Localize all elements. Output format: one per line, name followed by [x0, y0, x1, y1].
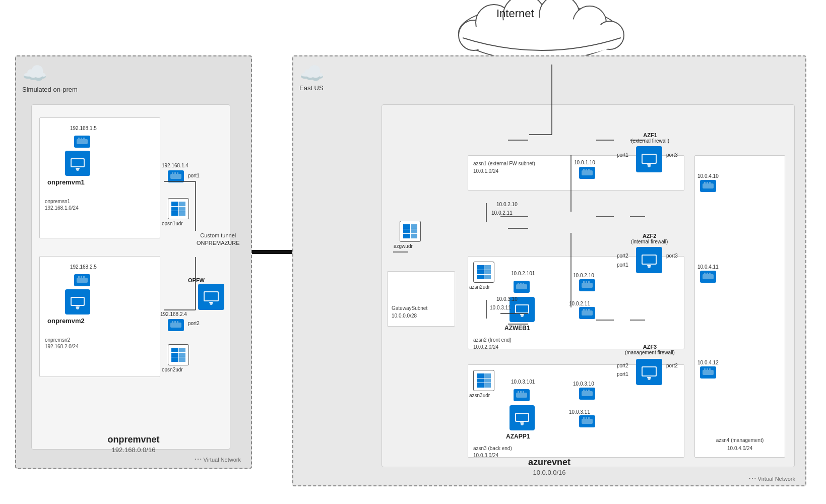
- svg-rect-94: [586, 309, 587, 311]
- svg-rect-77: [583, 169, 585, 171]
- azsn3-label: azsn3 (back end): [473, 446, 512, 451]
- azsn4-label: azsn4 (management): [716, 437, 764, 443]
- svg-rect-50: [177, 172, 178, 174]
- azsn2-label: azsn2 (front end): [473, 337, 512, 343]
- azf1-vm[interactable]: [636, 146, 662, 172]
- svg-rect-135: [647, 377, 651, 378]
- svg-rect-117: [704, 273, 706, 275]
- svg-rect-52: [78, 276, 80, 278]
- svg-rect-89: [516, 305, 528, 312]
- svg-rect-108: [582, 419, 593, 424]
- onprem-subnet2-cidr: 192.168.2.0/24: [45, 344, 79, 349]
- svg-rect-83: [588, 281, 590, 283]
- svg-point-5: [573, 6, 606, 39]
- azgwudr-label: azgwudr: [394, 243, 413, 249]
- onpremvm2-port2: port2: [188, 321, 200, 326]
- svg-rect-42: [83, 138, 85, 140]
- azf2-port2-left-ip: 10.0.2.10: [573, 273, 594, 278]
- onpremvm1-vm[interactable]: [65, 151, 90, 176]
- azf1-port3-label: port3: [666, 152, 678, 158]
- svg-rect-53: [81, 276, 82, 278]
- svg-rect-64: [205, 292, 218, 300]
- azapp1-vm[interactable]: [510, 405, 535, 430]
- svg-rect-120: [703, 370, 714, 375]
- azapp1-ip: 10.0.3.101: [511, 379, 535, 385]
- svg-rect-82: [586, 281, 587, 283]
- azf2-vm[interactable]: [636, 247, 662, 273]
- azf2-port3-label: port3: [666, 253, 678, 259]
- azweb1-label: AZWEB1: [504, 325, 530, 332]
- azsn1-label: azsn1 (external FW subnet): [473, 161, 535, 166]
- svg-rect-47: [170, 174, 181, 179]
- svg-rect-49: [174, 172, 176, 174]
- azapp1-nic-ip: 10.0.3.11: [569, 409, 590, 415]
- azf3-port2-right-label: port2: [666, 363, 678, 368]
- svg-rect-87: [523, 283, 524, 285]
- svg-rect-110: [586, 417, 587, 419]
- opsn1udr-label: opsn1udr: [162, 221, 183, 226]
- svg-rect-59: [170, 323, 181, 328]
- svg-rect-84: [516, 284, 527, 289]
- svg-point-1: [459, 20, 489, 50]
- svg-rect-129: [643, 256, 656, 264]
- svg-rect-92: [582, 310, 593, 316]
- azf2-port2-ip-label: 10.0.2.10: [496, 202, 518, 207]
- opfw-vm[interactable]: [198, 284, 224, 310]
- azapp1-nic-right: [579, 415, 595, 427]
- onprem-vnet-name: onpremvnet: [107, 434, 159, 445]
- svg-rect-114: [707, 182, 708, 184]
- onpremvm1-ip-top: 192.168.1.5: [70, 125, 97, 131]
- svg-rect-127: [647, 164, 651, 165]
- svg-rect-111: [588, 417, 590, 419]
- svg-rect-116: [703, 274, 714, 279]
- azweb1-nic-top: [514, 281, 530, 293]
- svg-rect-125: [643, 155, 656, 163]
- azf3-vm[interactable]: [636, 359, 662, 385]
- onpremvm1-nic-ip: 192.168.1.4: [162, 163, 188, 168]
- svg-rect-76: [582, 170, 593, 175]
- svg-rect-44: [72, 159, 84, 166]
- svg-rect-48: [172, 172, 173, 174]
- diagram-area: Internet Public IP ☁️ Simulated on-prem …: [0, 0, 826, 504]
- svg-rect-61: [174, 321, 176, 323]
- onprem-subnet2-box: 192.168.2.5 onpremvm2 onpremsn2 192.168.…: [39, 256, 160, 377]
- azf3-port2-label: port2: [617, 363, 628, 368]
- gateway-subnet-label: GatewaySubnet: [392, 305, 427, 311]
- opsn2udr-icon: [168, 344, 189, 365]
- onprem-vnet-cidr: 192.168.0.0/16: [112, 446, 156, 454]
- svg-point-6: [596, 21, 624, 49]
- azsn2udr-icon: [473, 262, 494, 283]
- svg-rect-62: [177, 321, 178, 323]
- internet-label: Internet: [496, 7, 534, 20]
- azf3-nic-left: [579, 388, 595, 400]
- svg-rect-91: [520, 314, 524, 315]
- svg-rect-97: [583, 390, 585, 392]
- azure-vnet: GatewaySubnet 10.0.0.0/28 azgwudr azsn1 …: [382, 104, 795, 467]
- eastus-region: ☁️ East US GatewaySubnet 10.0.0.0/28 azg…: [292, 55, 806, 486]
- azf3-port2-ip-label: 10.0.3.10: [496, 296, 518, 302]
- azsn3udr-label: azsn3udr: [469, 393, 490, 398]
- azsn3udr-icon: [473, 370, 494, 391]
- svg-rect-85: [518, 283, 519, 285]
- onpremvm2-vm[interactable]: [65, 289, 90, 314]
- svg-rect-80: [582, 283, 593, 288]
- onprem-region: ☁️ Simulated on-prem 192.168.1.5 onpremv…: [15, 55, 252, 469]
- azf3-port2-right-ip: 10.0.4.12: [697, 360, 719, 365]
- svg-rect-105: [516, 414, 528, 421]
- azf3-nic-right: [700, 366, 716, 379]
- onpremvm1-label: onpremvm1: [47, 178, 85, 186]
- svg-rect-99: [588, 390, 590, 392]
- svg-rect-93: [583, 309, 585, 311]
- onprem-cloud-icon: ☁️: [22, 61, 47, 85]
- onpremvm2-label: onpremvm2: [47, 317, 85, 325]
- eastus-region-label: East US: [299, 84, 324, 92]
- svg-rect-119: [709, 273, 711, 275]
- azsn2udr-label: azsn2udr: [469, 284, 490, 290]
- azure-vnet-name: azurevnet: [528, 457, 570, 468]
- svg-rect-41: [81, 138, 82, 140]
- svg-rect-95: [588, 309, 590, 311]
- svg-rect-131: [647, 265, 651, 266]
- svg-rect-96: [582, 391, 593, 396]
- svg-point-0: [459, 5, 620, 60]
- azf3-port1-nic-label: 10.0.3.11: [490, 305, 511, 310]
